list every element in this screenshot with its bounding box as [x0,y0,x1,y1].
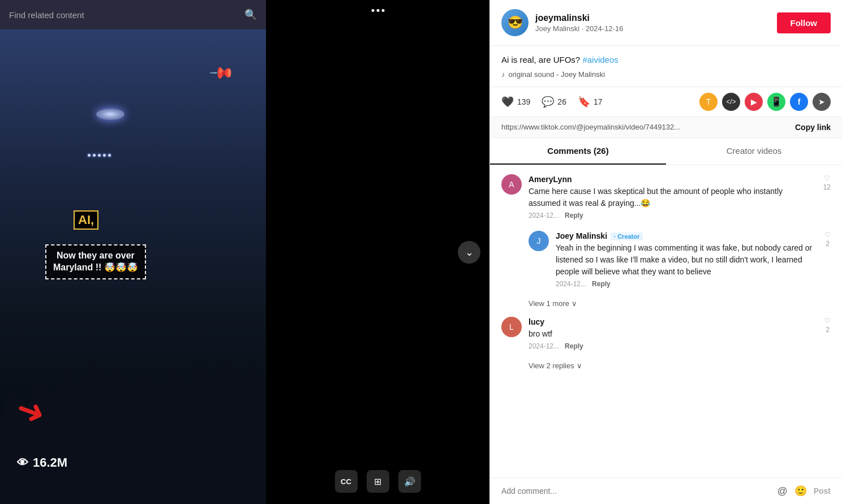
reply-button[interactable]: Reply [565,342,583,350]
follow-button[interactable]: Follow [777,12,831,33]
maryland-text: Now they are over Maryland !! 🤯🤯🤯 [45,244,146,279]
comment-text: bro wtf [529,328,818,340]
like-count: 2 [826,240,830,248]
pin-icon: 📌 [208,59,235,86]
whatsapp-icon: 📱 [771,96,782,107]
reply-avatar: J [529,231,549,251]
engagement-bar: 🖤 139 💬 26 🔖 17 T </> ▶ 📱 f [490,87,842,117]
music-icon: ♪ [501,70,505,79]
reply-button[interactable]: Reply [592,280,611,288]
video-controls: CC ⊞ 🔊 [335,470,421,493]
tabs-bar: Comments (26) Creator videos [490,138,842,165]
sound-info: ♪ original sound - Joey Malinski [501,70,831,79]
bookmark-icon: 🔖 [578,96,590,108]
middle-panel: ⌄ CC ⊞ 🔊 [266,0,489,504]
creator-header: 😎 joeymalinski Joey Malinski · 2024-12-1… [490,0,842,46]
search-icon[interactable]: 🔍 [244,8,257,21]
comment-date: 2024-12... [556,280,586,288]
comment-body: lucy bro wtf 2024-12... Reply [529,317,818,350]
at-icon[interactable]: @ [777,485,787,497]
share-whatsapp-button[interactable]: 📱 [767,93,785,111]
share-facebook-button[interactable]: f [790,93,808,111]
view-more-button[interactable]: View 1 more ∨ [529,299,831,308]
like-count: 12 [823,183,831,191]
like-button[interactable]: 🖤 139 [501,96,530,108]
heart-icon: 🖤 [501,96,514,108]
share-icons: T </> ▶ 📱 f ➤ [699,93,831,111]
copy-link-button[interactable]: Copy link [795,123,831,132]
creator-badge: · Creator [611,232,643,240]
share-code-button[interactable]: </> [722,93,740,111]
captions-button[interactable]: CC [335,470,358,493]
heart-icon: ♡ [824,317,831,325]
comment-like-button[interactable]: ♡ 12 [823,174,831,219]
comment-date: 2024-12... [529,212,559,219]
commenter-username: AmeryLynn [529,175,572,184]
creator-fullname-date: Joey Malinski · 2024-12-16 [535,24,770,33]
eye-icon: 👁 [17,456,28,469]
ufo-main [96,109,124,120]
share-tiktok-button[interactable]: T [699,93,718,111]
comment-date: 2024-12... [529,342,559,350]
heart-icon: ♡ [824,231,831,239]
layout-button[interactable]: ⊞ [367,470,389,493]
comment-meta: 2024-12... Reply [529,342,818,350]
volume-button[interactable]: 🔊 [398,470,421,493]
right-panel: 😎 joeymalinski Joey Malinski · 2024-12-1… [489,0,842,504]
hashtag-link[interactable]: #aivideos [582,55,618,64]
creator-info: joeymalinski Joey Malinski · 2024-12-16 [535,13,770,33]
comment-meta: 2024-12... Reply [529,212,817,219]
add-comment-bar: @ 🙂 Post [490,477,842,504]
link-bar: https://www.tiktok.com/@joeymalinski/vid… [490,117,842,138]
cc-icon: CC [341,477,351,486]
chevron-down-button[interactable]: ⌄ [458,241,480,264]
avatar-image: A [501,174,522,195]
tab-creator-videos[interactable]: Creator videos [666,138,842,165]
share-pocket-button[interactable]: ▶ [745,93,763,111]
forward-icon: ➤ [818,97,825,106]
comment-actions: @ 🙂 Post [777,485,831,497]
commenter-avatar: L [501,317,522,337]
link-url: https://www.tiktok.com/@joeymalinski/vid… [501,123,789,131]
volume-icon: 🔊 [404,476,415,487]
comment-text: Came here cause I was skeptical but the … [529,186,817,209]
commenter-avatar: A [501,174,522,195]
view-replies-text: View 2 replies [529,361,574,370]
like-count: 2 [826,326,830,334]
pocket-icon: ▶ [751,97,757,106]
comment-item: J Joey Malinski· Creator Yeah in the beg… [529,231,831,288]
comment-body: AmeryLynn Came here cause I was skeptica… [529,174,817,219]
comment-input[interactable] [501,486,770,496]
comments-list: A AmeryLynn Came here cause I was skepti… [490,165,842,478]
emoji-icon[interactable]: 🙂 [794,485,807,497]
commenter-username: Joey Malinski· Creator [556,231,643,240]
avatar-image: J [529,231,549,251]
tiktok-share-icon: T [706,97,711,106]
code-icon: </> [726,98,736,106]
more-options-button[interactable] [371,9,384,12]
ai-badge: AI, [74,210,98,230]
comment-item: L lucy bro wtf 2024-12... Reply ♡ 2 [501,317,831,350]
comment-like-button[interactable]: ♡ 2 [824,317,831,350]
search-placeholder: Find related content [9,10,84,20]
comment-button[interactable]: 💬 26 [542,96,566,108]
post-comment-button[interactable]: Post [814,486,831,496]
share-more-button[interactable]: ➤ [813,93,831,111]
bookmark-button[interactable]: 🔖 17 [578,96,603,108]
left-panel: Find related content 🔍 📌 AI, Now they ar… [0,0,266,504]
tab-comments[interactable]: Comments (26) [490,138,666,165]
view-replies-button[interactable]: View 2 replies ∨ [529,361,831,370]
comment-icon: 💬 [542,96,554,108]
commenter-username: lucy [529,317,544,326]
comment-meta: 2024-12... Reply [556,280,818,288]
search-bar[interactable]: Find related content 🔍 [0,0,266,29]
facebook-icon: f [798,97,801,106]
creator-avatar: 😎 [501,9,529,36]
video-thumbnail: 📌 AI, Now they are over Maryland !! 🤯🤯🤯 … [0,29,266,504]
comment-like-button[interactable]: ♡ 2 [824,231,831,288]
post-content: Ai is real, are UFOs? #aivideos ♪ origin… [490,46,842,87]
reply-thread: J Joey Malinski· Creator Yeah in the beg… [529,231,831,308]
post-text: Ai is real, are UFOs? #aivideos [501,54,831,67]
reply-button[interactable]: Reply [565,212,583,219]
comment-body: Joey Malinski· Creator Yeah in the begin… [556,231,818,288]
